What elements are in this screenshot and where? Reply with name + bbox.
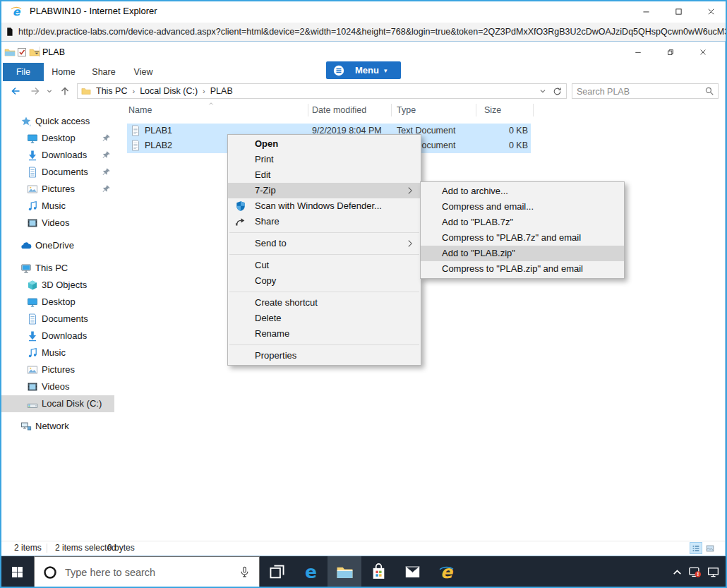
properties-quick-icon[interactable] [16, 47, 28, 58]
address-dropdown-chevron-icon[interactable] [538, 86, 548, 96]
context-menu-item-print[interactable]: Print [228, 152, 421, 167]
objects-3d-icon [27, 280, 38, 291]
store-icon [370, 563, 387, 581]
context-menu-item-scan-with-windows-defender-[interactable]: Scan with Windows Defender... [228, 198, 421, 214]
lab-overlay-menu-label: Menu [355, 65, 379, 76]
context-menu: OpenPrintEdit7-ZipScan with Windows Defe… [227, 134, 421, 366]
items-count: 2 items [14, 541, 42, 555]
sidebar-item-documents[interactable]: Documents [1, 164, 114, 181]
sidebar-item-this-pc[interactable]: This PC [1, 260, 114, 277]
network-icon [20, 421, 32, 432]
context-menu-item-rename[interactable]: Rename [228, 326, 421, 342]
browser-maximize-button[interactable] [662, 0, 695, 23]
sidebar-item-desktop[interactable]: Desktop [1, 130, 114, 147]
context-menu-item-share[interactable]: Share [228, 214, 421, 229]
back-icon[interactable] [10, 85, 21, 97]
sidebar-item-videos[interactable]: Videos [1, 378, 114, 395]
thumbnails-view-button[interactable] [704, 542, 716, 554]
explorer-restore-button[interactable] [654, 42, 687, 63]
explorer-search-box[interactable] [572, 83, 719, 99]
taskbar-app-edge[interactable]: e [294, 556, 328, 588]
breadcrumb-item[interactable]: This PC [96, 86, 127, 96]
column-header-name[interactable]: Name [128, 101, 152, 119]
breadcrumb-bar[interactable]: This PC›Local Disk (C:)›PLAB [77, 83, 567, 99]
submenu-item-compress-and-email-[interactable]: Compress and email... [421, 199, 624, 215]
refresh-icon[interactable] [552, 86, 563, 97]
sidebar-item-music[interactable]: Music [1, 198, 114, 215]
file-size: 0 KB [509, 138, 528, 153]
browser-close-button[interactable] [695, 0, 727, 23]
sidebar-item-onedrive[interactable]: OneDrive [1, 237, 114, 254]
submenu-item-add-to-archive-[interactable]: Add to archive... [421, 184, 624, 199]
submenu-item-add-to-plab-zip-[interactable]: Add to "PLAB.zip" [421, 246, 624, 261]
context-menu-item-send-to[interactable]: Send to [228, 236, 421, 251]
context-menu-item-7-zip[interactable]: 7-Zip [228, 183, 421, 198]
sidebar-item-label: Documents [42, 311, 88, 328]
context-menu-item-cut[interactable]: Cut [228, 258, 421, 273]
breadcrumb-item[interactable]: Local Disk (C:) [140, 86, 198, 96]
recent-locations-chevron-icon[interactable] [45, 85, 54, 97]
menu-caret-icon: ▾ [384, 67, 387, 74]
breadcrumb-item[interactable]: PLAB [210, 86, 233, 96]
context-menu-item-open[interactable]: Open [228, 136, 421, 152]
file-size: 0 KB [509, 124, 528, 138]
tab-file[interactable]: File [3, 63, 44, 81]
sidebar-item-local-disk-c-[interactable]: Local Disk (C:) [1, 395, 114, 412]
explorer-close-button[interactable] [687, 42, 719, 63]
sidebar-item-pictures[interactable]: Pictures [1, 181, 114, 198]
sidebar-item-pictures[interactable]: Pictures [1, 361, 114, 378]
column-header-size[interactable]: Size [484, 101, 501, 119]
sidebar-item-videos[interactable]: Videos [1, 215, 114, 232]
sidebar-item-quick-access[interactable]: Quick access [1, 113, 114, 130]
taskbar-search-box[interactable] [34, 556, 260, 588]
microphone-icon[interactable] [239, 566, 251, 578]
tab-share[interactable]: Share [83, 63, 124, 81]
taskbar-app-internet-explorer[interactable]: e [429, 556, 463, 588]
forward-icon[interactable] [30, 85, 41, 97]
maximize-icon [674, 7, 683, 16]
submenu-item-compress-to-plab-7z-and-email[interactable]: Compress to "PLAB.7z" and email [421, 230, 624, 246]
submenu-item-compress-to-plab-zip-and-email[interactable]: Compress to "PLAB.zip" and email [421, 261, 624, 277]
explorer-search-input[interactable] [575, 84, 702, 100]
menu-item-label: Create shortcut [255, 297, 318, 308]
sidebar-item-music[interactable]: Music [1, 344, 114, 361]
browser-minimize-button[interactable] [630, 0, 662, 23]
tray-chevron-up-icon[interactable] [671, 565, 684, 579]
taskbar-app-task-view[interactable] [260, 556, 294, 588]
tray-network-icon[interactable] [707, 565, 720, 579]
taskbar-app-mail[interactable] [395, 556, 429, 588]
taskbar-search-input[interactable] [64, 566, 239, 579]
sidebar-item-desktop[interactable]: Desktop [1, 294, 114, 311]
tab-home[interactable]: Home [44, 63, 83, 81]
tab-view[interactable]: View [124, 63, 162, 81]
column-header-type[interactable]: Type [397, 101, 416, 119]
context-menu-item-edit[interactable]: Edit [228, 167, 421, 183]
sidebar-item-documents[interactable]: Documents [1, 311, 114, 328]
context-menu-item-delete[interactable]: Delete [228, 311, 421, 326]
internet-explorer-icon: e [438, 563, 455, 581]
explorer-minimize-button[interactable] [622, 42, 654, 63]
details-view-button[interactable] [690, 542, 702, 554]
windows-logo-icon [11, 566, 23, 578]
sidebar-item-label: Documents [42, 164, 88, 181]
pictures-icon [27, 364, 38, 376]
sidebar-item-network[interactable]: Network [1, 418, 114, 435]
menu-item-label: 7-Zip [255, 185, 276, 196]
context-menu-item-copy[interactable]: Copy [228, 273, 421, 289]
taskbar-app-store[interactable] [361, 556, 395, 588]
lab-overlay-menu-button[interactable]: Menu ▾ [326, 61, 401, 79]
column-divider [533, 104, 534, 116]
documents-icon [27, 167, 38, 178]
sidebar-item-downloads[interactable]: Downloads [1, 328, 114, 344]
context-menu-item-create-shortcut[interactable]: Create shortcut [228, 295, 421, 311]
up-icon[interactable] [59, 85, 71, 97]
context-menu-item-properties[interactable]: Properties [228, 348, 421, 364]
start-button[interactable] [0, 556, 34, 588]
column-header-date-modified[interactable]: Date modified [312, 101, 366, 119]
sidebar-item-3d-objects[interactable]: 3D Objects [1, 277, 114, 294]
remote-session-badge-icon[interactable]: ! [688, 565, 702, 579]
taskbar-app-file-explorer[interactable] [328, 556, 361, 588]
browser-address-bar[interactable]: http://dev.practice-labs.com/device-adva… [0, 23, 727, 42]
submenu-item-add-to-plab-7z-[interactable]: Add to "PLAB.7z" [421, 215, 624, 230]
sidebar-item-downloads[interactable]: Downloads [1, 147, 114, 164]
